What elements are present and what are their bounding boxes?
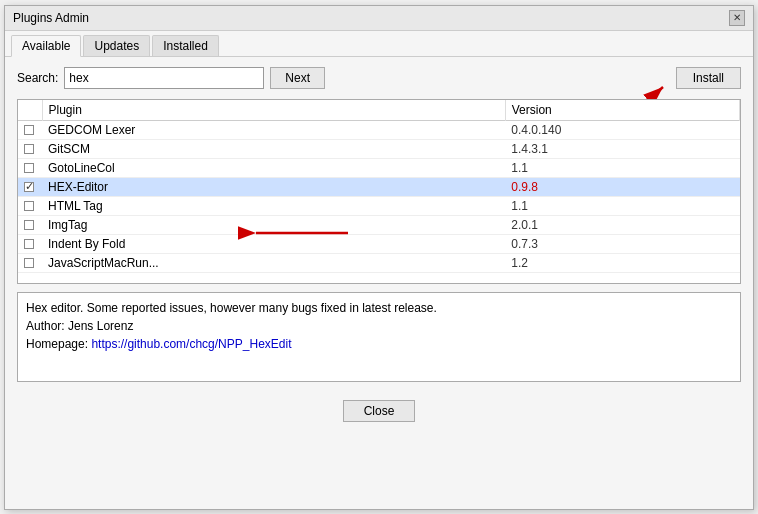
row-plugin-version: 0.9.8 (505, 177, 739, 196)
row-plugin-version: 1.2 (505, 253, 739, 272)
row-plugin-version: 0.7.3 (505, 234, 739, 253)
plugin-table: Plugin Version GEDCOM Lexer0.4.0.140GitS… (18, 100, 740, 273)
close-button[interactable]: Close (343, 400, 416, 422)
row-checkbox[interactable] (18, 215, 42, 234)
search-input[interactable] (64, 67, 264, 89)
table-row[interactable]: GEDCOM Lexer0.4.0.140 (18, 120, 740, 139)
row-plugin-name: GotoLineCol (42, 158, 505, 177)
next-button[interactable]: Next (270, 67, 325, 89)
table-row[interactable]: GitSCM1.4.3.1 (18, 139, 740, 158)
install-button[interactable]: Install (676, 67, 741, 89)
homepage-url: https://github.com/chcg/NPP_HexEdit (91, 337, 291, 351)
search-row: Search: Next Install (17, 67, 741, 89)
tab-updates[interactable]: Updates (83, 35, 150, 56)
row-plugin-name: HTML Tag (42, 196, 505, 215)
row-plugin-version: 1.1 (505, 158, 739, 177)
homepage-label: Homepage: (26, 337, 88, 351)
row-plugin-version: 2.0.1 (505, 215, 739, 234)
table-row[interactable]: ImgTag2.0.1 (18, 215, 740, 234)
row-plugin-name: GitSCM (42, 139, 505, 158)
title-bar: Plugins Admin ✕ (5, 6, 753, 31)
row-checkbox[interactable] (18, 234, 42, 253)
col-plugin: Plugin (42, 100, 505, 121)
search-label: Search: (17, 71, 58, 85)
main-content: Search: Next Install (5, 57, 753, 436)
tab-available[interactable]: Available (11, 35, 81, 57)
row-checkbox[interactable] (18, 177, 42, 196)
row-plugin-name: JavaScriptMacRun... (42, 253, 505, 272)
row-checkbox[interactable] (18, 196, 42, 215)
col-version: Version (505, 100, 739, 121)
row-plugin-version: 1.4.3.1 (505, 139, 739, 158)
description-text: Hex editor. Some reported issues, howeve… (26, 299, 732, 317)
dialog: Plugins Admin ✕ Available Updates Instal… (4, 5, 754, 510)
row-checkbox[interactable] (18, 253, 42, 272)
tabs-bar: Available Updates Installed (5, 31, 753, 57)
row-plugin-version: 0.4.0.140 (505, 120, 739, 139)
row-checkbox[interactable] (18, 120, 42, 139)
col-checkbox (18, 100, 42, 121)
row-plugin-name: GEDCOM Lexer (42, 120, 505, 139)
close-icon[interactable]: ✕ (729, 10, 745, 26)
plugin-table-container[interactable]: Plugin Version GEDCOM Lexer0.4.0.140GitS… (17, 99, 741, 284)
row-plugin-name: Indent By Fold (42, 234, 505, 253)
table-row[interactable]: HTML Tag1.1 (18, 196, 740, 215)
table-row[interactable]: Indent By Fold0.7.3 (18, 234, 740, 253)
tab-installed[interactable]: Installed (152, 35, 219, 56)
bottom-bar: Close (17, 392, 741, 426)
row-checkbox[interactable] (18, 158, 42, 177)
dialog-title: Plugins Admin (13, 11, 89, 25)
description-box: Hex editor. Some reported issues, howeve… (17, 292, 741, 382)
row-plugin-version: 1.1 (505, 196, 739, 215)
description-homepage: Homepage: https://github.com/chcg/NPP_He… (26, 335, 732, 353)
table-row[interactable]: JavaScriptMacRun...1.2 (18, 253, 740, 272)
row-checkbox[interactable] (18, 139, 42, 158)
row-plugin-name: ImgTag (42, 215, 505, 234)
description-author: Author: Jens Lorenz (26, 317, 732, 335)
table-row[interactable]: HEX-Editor0.9.8 (18, 177, 740, 196)
table-row[interactable]: GotoLineCol1.1 (18, 158, 740, 177)
row-plugin-name: HEX-Editor (42, 177, 505, 196)
